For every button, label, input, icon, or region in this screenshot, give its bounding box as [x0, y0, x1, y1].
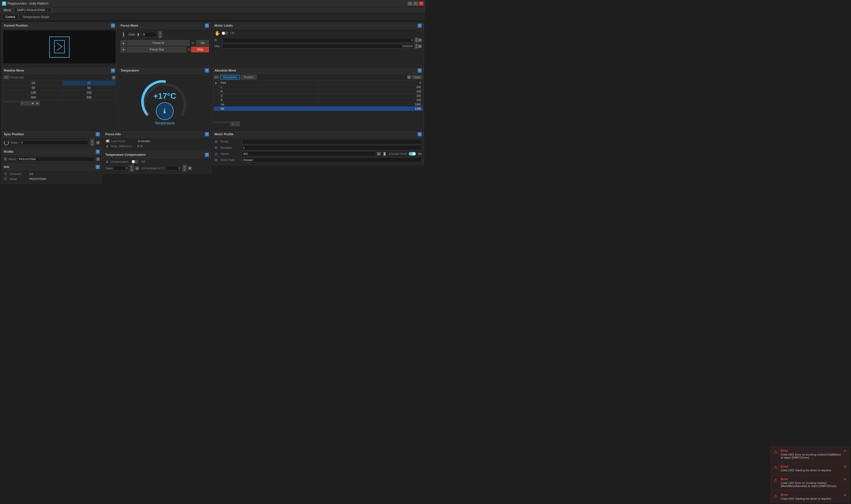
stop-button[interactable]: Stop: [191, 47, 209, 52]
add-preset-btn[interactable]: +: [20, 101, 24, 106]
temperature-title: Temperature: [121, 69, 139, 72]
abs-name-park[interactable]: Park: [219, 81, 318, 85]
motor-limits-toggle[interactable]: [221, 32, 229, 35]
temperature-help[interactable]: ?: [205, 69, 209, 73]
focus-move-help[interactable]: ?: [205, 23, 209, 28]
focus-info-help[interactable]: ?: [205, 132, 209, 136]
menu-item[interactable]: Menu: [1, 8, 14, 13]
tab-control[interactable]: Control: [2, 14, 19, 20]
comp-steps-input[interactable]: [113, 166, 129, 170]
comp-steps-up[interactable]: ▲: [130, 165, 134, 168]
preset-save-icon[interactable]: ⊟: [112, 75, 116, 79]
close-tab-icon[interactable]: ×: [47, 8, 48, 12]
motor-type-input[interactable]: [242, 157, 422, 162]
title-bar: P PegasusAstro - Unity Platform ─ □ ✕: [0, 0, 425, 7]
abs-value-oii[interactable]: 1100: [318, 107, 423, 111]
abs-remove-btn[interactable]: −: [235, 122, 240, 126]
abs-value-ha[interactable]: 1000: [318, 102, 423, 107]
preset-pos-2[interactable]: 50: [63, 85, 116, 90]
motor-profile-panel: Motor Profile ? ⊞ Profile ⚙ Backlash: [212, 131, 424, 165]
minimize-button[interactable]: ─: [408, 1, 412, 5]
abs-name-b[interactable]: B: [219, 98, 318, 102]
preset-pos-3[interactable]: 100: [63, 90, 116, 95]
on-increase-up[interactable]: ▲: [182, 165, 187, 168]
maximize-button[interactable]: □: [413, 1, 418, 5]
limits-in-up[interactable]: ▲: [414, 38, 418, 40]
speed-save[interactable]: ⊟: [377, 152, 380, 156]
info-help[interactable]: ?: [96, 165, 100, 169]
preset-neg-3[interactable]: -100: [3, 90, 63, 95]
comp-steps-down[interactable]: ▼: [130, 168, 134, 172]
speed-label: Speed: [220, 152, 241, 155]
preset-neg-4[interactable]: -500: [3, 95, 63, 100]
profile-save-icon[interactable]: ⊟: [96, 157, 100, 161]
go-button[interactable]: Go: [196, 40, 209, 46]
limits-out-up[interactable]: ▲: [414, 44, 418, 46]
sync-position-help[interactable]: ?: [96, 132, 100, 136]
goto-decrement[interactable]: ▼: [158, 35, 162, 38]
limits-out-save[interactable]: ⊟: [418, 44, 422, 48]
preset-pos-1[interactable]: 20: [63, 80, 116, 85]
abs-save-icon[interactable]: ⊟: [407, 75, 411, 79]
abs-value-r[interactable]: 100: [318, 89, 423, 94]
abs-name-r[interactable]: R: [219, 89, 318, 94]
backlash-input[interactable]: [242, 145, 422, 150]
abs-name-ha[interactable]: Ha: [219, 102, 318, 107]
limits-out-down[interactable]: ▼: [414, 46, 418, 49]
move-left-btn[interactable]: ◀: [30, 101, 35, 106]
profile-help[interactable]: ?: [96, 150, 100, 154]
preset-neg-2[interactable]: -50: [3, 85, 63, 90]
scroll-track[interactable]: [3, 101, 19, 103]
goto-input[interactable]: [141, 32, 157, 37]
current-position-help[interactable]: ?: [111, 23, 115, 28]
profile-name-input[interactable]: [18, 157, 95, 161]
app-icon: P: [2, 1, 6, 5]
abs-name-l[interactable]: L: [219, 85, 318, 89]
abs-value-park[interactable]: 0: [318, 81, 423, 85]
limits-in-save[interactable]: ⊟: [418, 38, 422, 42]
relative-move-help[interactable]: ?: [111, 69, 115, 73]
limits-out-input[interactable]: [222, 44, 414, 49]
steps-input[interactable]: [20, 140, 88, 145]
on-increase-save[interactable]: ⊟: [188, 166, 192, 170]
abs-tab-position[interactable]: Position: [241, 75, 256, 79]
abs-value-g[interactable]: 100: [318, 94, 423, 98]
remove-preset-btn[interactable]: −: [25, 101, 30, 106]
abs-save-button[interactable]: Save: [412, 75, 423, 79]
encoder-toggle[interactable]: [409, 152, 416, 156]
focus-in-button[interactable]: Focus In: [127, 40, 190, 46]
abs-value-l[interactable]: 200: [318, 85, 423, 89]
limits-in-input[interactable]: [222, 38, 414, 42]
steps-settings[interactable]: ⚙: [96, 141, 100, 144]
abs-name-g[interactable]: G: [219, 94, 318, 98]
profile-select-input[interactable]: [242, 139, 422, 144]
device-tab[interactable]: DMFC-PA3U4YDWA ×: [14, 7, 51, 13]
temp-comp-help[interactable]: ?: [205, 153, 209, 157]
tab-temperature-graph[interactable]: Temperature Graph: [20, 14, 53, 20]
close-button[interactable]: ✕: [419, 1, 424, 5]
abs-table-container[interactable]: ▶ Park 0 L 200 R: [213, 80, 423, 121]
motor-profile-help[interactable]: ?: [418, 132, 422, 136]
steps-down[interactable]: ▼: [90, 143, 94, 146]
abs-scroll-track[interactable]: [213, 122, 229, 123]
steps-up[interactable]: ▲: [90, 139, 94, 143]
abs-tab-description[interactable]: Description: [220, 75, 240, 79]
focus-out-down-arrow[interactable]: ▼: [121, 47, 126, 52]
focus-out-button[interactable]: Focus Out: [127, 47, 187, 52]
preset-pos-4[interactable]: 500: [63, 95, 116, 100]
limits-in-down[interactable]: ▼: [414, 40, 418, 43]
absolute-move-help[interactable]: ?: [418, 69, 422, 73]
motor-limits-help[interactable]: ?: [418, 23, 422, 28]
speed-input[interactable]: [242, 151, 376, 156]
on-increase-input[interactable]: [166, 166, 181, 170]
move-right-btn[interactable]: ▶: [35, 101, 40, 106]
comp-steps-save[interactable]: ⊟: [135, 166, 139, 170]
abs-add-btn[interactable]: +: [230, 122, 235, 126]
focus-in-up-arrow[interactable]: ▲: [121, 40, 126, 46]
on-increase-down[interactable]: ▼: [182, 168, 187, 172]
goto-increment[interactable]: ▲: [158, 31, 162, 35]
abs-value-b[interactable]: 100: [318, 98, 423, 102]
comp-toggle[interactable]: [131, 160, 139, 163]
abs-name-oii[interactable]: Oii: [219, 107, 318, 111]
preset-neg-1[interactable]: -20: [3, 80, 63, 85]
